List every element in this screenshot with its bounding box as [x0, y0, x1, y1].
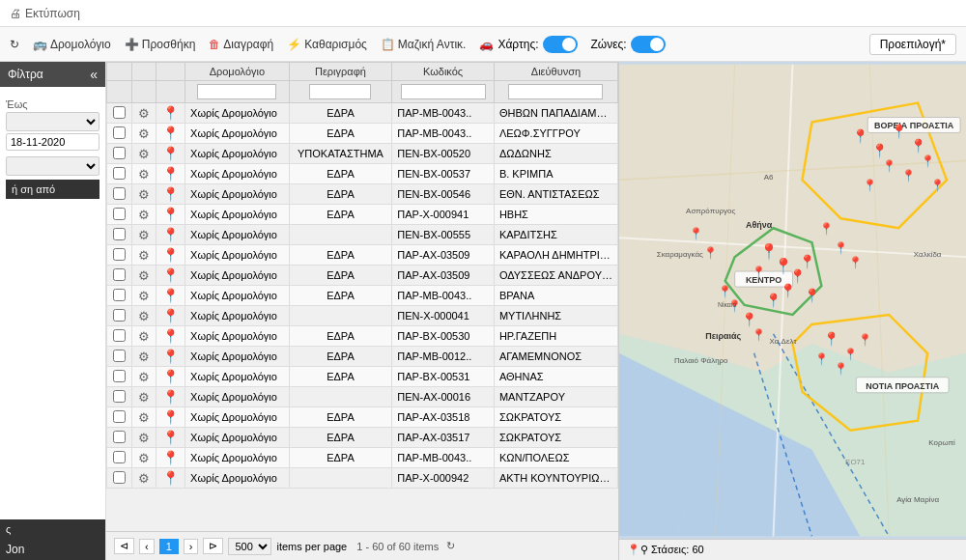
row-pin-icon[interactable]: 📍: [162, 186, 179, 202]
row-pin-icon[interactable]: 📍: [162, 430, 179, 445]
row-checkbox[interactable]: [113, 268, 126, 281]
row-pin-icon[interactable]: 📍: [162, 288, 179, 303]
row-gear-icon[interactable]: ⚙: [138, 126, 150, 141]
row-pin-cell: 📍: [156, 266, 185, 286]
row-gear-icon[interactable]: ⚙: [138, 431, 150, 445]
row-pin-icon[interactable]: 📍: [162, 146, 179, 161]
row-gear-icon[interactable]: ⚙: [138, 329, 150, 344]
row-checkbox[interactable]: [113, 187, 126, 200]
row-pin-icon[interactable]: 📍: [162, 389, 179, 405]
eos-dropdown[interactable]: [6, 112, 99, 131]
row-desc: ΕΔΡΑ: [289, 428, 392, 448]
row-pin-icon[interactable]: 📍: [162, 267, 179, 283]
svg-text:EO71: EO71: [845, 458, 866, 466]
row-gear-icon[interactable]: ⚙: [138, 410, 150, 425]
row-gear-icon[interactable]: ⚙: [138, 106, 150, 121]
row-gear-icon[interactable]: ⚙: [138, 289, 150, 303]
row-gear-icon[interactable]: ⚙: [138, 309, 150, 323]
row-gear-icon[interactable]: ⚙: [138, 471, 150, 486]
row-desc: ΕΔΡΑ: [289, 407, 392, 428]
row-checkbox[interactable]: [113, 410, 126, 423]
row-code: ΠΑΡ-ΜΒ-0043..: [392, 448, 495, 468]
row-checkbox[interactable]: [113, 309, 126, 322]
filter-addr-input[interactable]: [508, 84, 603, 99]
row-pin-icon[interactable]: 📍: [162, 349, 179, 364]
row-gear-icon[interactable]: ⚙: [138, 370, 150, 384]
row-pin-cell: 📍: [156, 326, 185, 347]
row-checkbox[interactable]: [113, 248, 126, 261]
row-pin-icon[interactable]: 📍: [162, 369, 179, 384]
row-desc: ΕΔΡΑ: [289, 245, 392, 266]
prev-page-button[interactable]: ‹: [139, 539, 155, 554]
row-gear-icon[interactable]: ⚙: [138, 228, 150, 242]
row-gear-icon[interactable]: ⚙: [138, 208, 150, 222]
row-pin-icon[interactable]: 📍: [162, 166, 179, 182]
row-checkbox[interactable]: [113, 208, 126, 220]
row-gear-icon[interactable]: ⚙: [138, 167, 150, 182]
row-gear-icon[interactable]: ⚙: [138, 390, 150, 405]
eos-date-input[interactable]: [6, 133, 99, 151]
delete-button[interactable]: 🗑 Διαγραφή: [209, 38, 273, 51]
sidebar-collapse-button[interactable]: «: [90, 67, 98, 82]
add-button[interactable]: ➕ Προσθήκη: [125, 38, 196, 51]
row-checkbox[interactable]: [113, 350, 126, 362]
row-gear-icon[interactable]: ⚙: [138, 268, 150, 283]
row-checkbox[interactable]: [113, 228, 126, 240]
row-gear-icon[interactable]: ⚙: [138, 350, 150, 364]
row-pin-icon[interactable]: 📍: [162, 470, 179, 486]
row-code: ΠΕΝ-BX-00555: [392, 225, 495, 245]
table-refresh-icon[interactable]: ↻: [446, 540, 455, 552]
next-page-button[interactable]: ›: [184, 539, 199, 554]
row-pin-icon[interactable]: 📍: [162, 105, 179, 121]
row-checkbox-cell: [107, 306, 132, 326]
row-desc: ΕΔΡΑ: [289, 448, 392, 468]
row-checkbox[interactable]: [113, 431, 126, 443]
row-checkbox[interactable]: [113, 106, 126, 119]
filter-desc-input[interactable]: [309, 84, 371, 99]
row-checkbox[interactable]: [113, 370, 126, 382]
preview-button[interactable]: Προεπιλογή*: [869, 34, 956, 55]
row-pin-icon[interactable]: 📍: [162, 247, 179, 263]
row-checkbox[interactable]: [113, 147, 126, 159]
last-page-button[interactable]: ⊳: [203, 538, 223, 554]
filter-addr: [494, 81, 617, 103]
row-pin-icon[interactable]: 📍: [162, 207, 179, 222]
row-checkbox[interactable]: [113, 451, 126, 463]
route-button[interactable]: 🚌 Δρομολόγιο: [33, 38, 111, 51]
zones-toggle[interactable]: [631, 36, 666, 53]
row-gear-icon[interactable]: ⚙: [138, 451, 150, 465]
svg-text:📍: 📍: [921, 154, 935, 168]
row-pin-icon[interactable]: 📍: [162, 409, 179, 425]
clean-label: Καθαρισμός: [304, 38, 367, 51]
row-gear-icon[interactable]: ⚙: [138, 147, 150, 161]
row-gear-cell: ⚙: [131, 245, 156, 266]
clean-button[interactable]: ⚡ Καθαρισμός: [287, 38, 367, 51]
row-addr: ΑΓΑΜΕΜΝΟΝΟΣ: [494, 347, 617, 367]
print-button[interactable]: 🖨 Εκτύπωση: [10, 7, 80, 20]
row-code: ΠΕΝ-ΑΧ-00016: [392, 387, 495, 407]
row-checkbox[interactable]: [113, 289, 126, 301]
row-checkbox[interactable]: [113, 167, 126, 180]
row-pin-icon[interactable]: 📍: [162, 227, 179, 242]
row-checkbox[interactable]: [113, 329, 126, 342]
page-size-select[interactable]: 10 25 50 100 500: [228, 538, 271, 555]
filter-pin: [156, 81, 185, 103]
row-pin-icon[interactable]: 📍: [162, 308, 179, 323]
filter-code-input[interactable]: [401, 84, 486, 99]
row-gear-icon[interactable]: ⚙: [138, 187, 150, 202]
row-pin-icon[interactable]: 📍: [162, 126, 179, 141]
row-gear-icon[interactable]: ⚙: [138, 248, 150, 263]
first-page-button[interactable]: ⊲: [114, 538, 134, 554]
row-checkbox[interactable]: [113, 126, 126, 139]
row-pin-icon[interactable]: 📍: [162, 450, 179, 465]
row-pin-icon[interactable]: 📍: [162, 328, 179, 344]
filter-dropdown[interactable]: [6, 156, 99, 176]
map-toggle[interactable]: [543, 36, 578, 53]
refresh-button[interactable]: ↻: [10, 38, 19, 51]
map-background[interactable]: ΚΕΝΤΡΟ ΒΟΡΕΙΑ ΠΡΟΑΣΤΙΑ ΝΟΤΙΑ ΠΡΟΑΣΤΙΑ 📍 …: [619, 62, 966, 539]
bulk-button[interactable]: 📋 Μαζική Αντικ.: [381, 38, 467, 51]
row-code: ΠΑΡ-ΜΒ-0012..: [392, 347, 495, 367]
row-checkbox[interactable]: [113, 390, 126, 403]
row-checkbox[interactable]: [113, 471, 126, 484]
filter-route-input[interactable]: [197, 84, 276, 99]
